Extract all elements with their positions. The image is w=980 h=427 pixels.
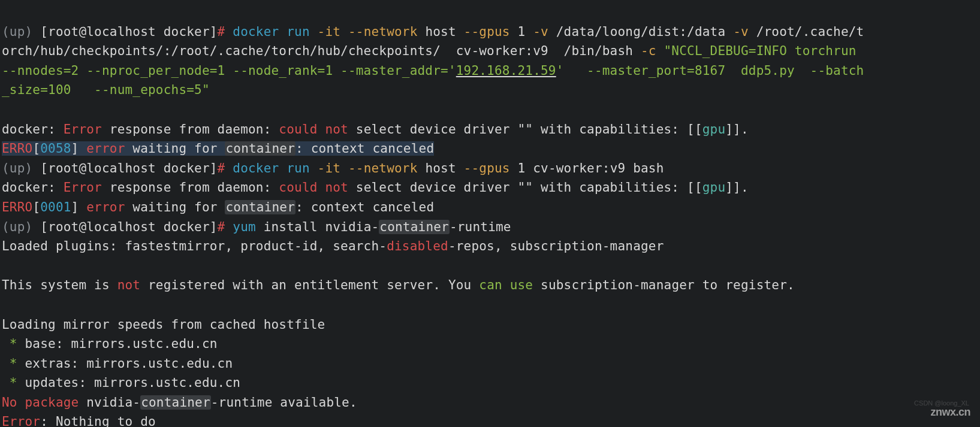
docker-cmd: docker bbox=[233, 25, 279, 39]
erro-code: 0001 bbox=[40, 200, 71, 214]
star-bullet: * bbox=[2, 337, 25, 351]
shell-prompt: [root@localhost docker] bbox=[40, 25, 217, 39]
watermark: znwx.cn bbox=[930, 406, 970, 419]
could-word: could bbox=[279, 180, 317, 195]
use-word: use bbox=[510, 278, 533, 292]
terminal-output[interactable]: (up) [root@localhost docker]# docker run… bbox=[0, 0, 980, 427]
flag-v1: -v bbox=[533, 25, 548, 39]
torchrun-args-c: _size=100 --num_epochs=5" bbox=[2, 83, 210, 97]
val-v2: /root/.cache/t bbox=[749, 25, 864, 39]
quoted-arg-start: "NCCL_DEBUG=INFO torchrun bbox=[664, 44, 872, 58]
venv-indicator: (up) bbox=[2, 25, 40, 39]
flag-network: --network bbox=[348, 161, 418, 175]
docker-cmd: docker bbox=[233, 161, 279, 175]
venv-indicator: (up) bbox=[2, 161, 40, 175]
flag-it: -it bbox=[318, 161, 348, 175]
val-network: host bbox=[418, 25, 464, 39]
erro-tag: ERRO bbox=[2, 141, 32, 156]
flag-network: --network bbox=[348, 25, 418, 39]
venv-indicator: (up) bbox=[2, 220, 40, 234]
not-word: not bbox=[117, 278, 141, 292]
bash-cmd: bash bbox=[633, 161, 664, 175]
line-mirror-base: * base: mirrors.ustc.edu.cn bbox=[2, 337, 218, 351]
disabled-word: disabled bbox=[387, 239, 448, 253]
container-highlight: container bbox=[379, 220, 450, 234]
line-4: _size=100 --num_epochs=5" bbox=[2, 83, 210, 97]
line-cmd3: (up) [root@localhost docker]# yum instal… bbox=[2, 220, 511, 234]
error-word: error bbox=[86, 141, 125, 156]
not-word: not bbox=[325, 122, 348, 137]
line-yum-plugins: Loaded plugins: fastestmirror, product-i… bbox=[2, 239, 664, 253]
master-addr-ip: 192.168.21.59 bbox=[456, 63, 556, 78]
gpu-word: gpu bbox=[702, 180, 726, 195]
torchrun-args-a: --nnodes=2 --nproc_per_node=1 --node_ran… bbox=[2, 63, 448, 78]
line-err1: docker: Error response from daemon: coul… bbox=[2, 122, 749, 137]
erro-tag: ERRO bbox=[2, 200, 32, 214]
container-highlight: container bbox=[140, 395, 211, 410]
line-1: (up) [root@localhost docker]# docker run… bbox=[2, 25, 864, 39]
torchrun-args-b: --master_port=8167 ddp5.py --batch bbox=[564, 63, 864, 78]
val-v1: /data/loong/dist:/data bbox=[548, 25, 733, 39]
could-word: could bbox=[279, 122, 317, 137]
line-erro1: ERRO[0058] error waiting for container: … bbox=[2, 141, 434, 156]
line-register: This system is not registered with an en… bbox=[2, 278, 795, 292]
can-word: can bbox=[479, 278, 502, 292]
docker-word: docker bbox=[2, 180, 48, 195]
line-err2: docker: Error response from daemon: coul… bbox=[2, 180, 749, 195]
star-bullet: * bbox=[2, 375, 25, 390]
shell-prompt: [root@localhost docker] bbox=[40, 161, 217, 175]
line-nopkg: No package nvidia-container-runtime avai… bbox=[2, 395, 357, 410]
image-tag: cv-worker:v9 bbox=[533, 161, 633, 175]
not-word: not bbox=[325, 180, 348, 195]
flag-it: -it bbox=[318, 25, 348, 39]
error-word: Error bbox=[64, 122, 102, 137]
error-word: Error bbox=[64, 180, 102, 195]
docker-word: docker bbox=[2, 122, 48, 137]
no-package-word: No package bbox=[2, 395, 79, 410]
flag-c: -c bbox=[641, 44, 664, 58]
flag-gpus: --gpus bbox=[464, 25, 510, 39]
line-loading: Loading mirror speeds from cached hostfi… bbox=[2, 317, 325, 332]
shell-prompt: [root@localhost docker] bbox=[40, 220, 217, 234]
star-bullet: * bbox=[2, 356, 25, 371]
gpu-word: gpu bbox=[702, 122, 726, 137]
image-tag: cv-worker:v9 bbox=[456, 44, 564, 58]
container-highlight: container bbox=[225, 200, 295, 214]
line-3: --nnodes=2 --nproc_per_node=1 --node_ran… bbox=[2, 63, 864, 78]
bin-bash: /bin/bash bbox=[564, 44, 641, 58]
wrap-path: orch/hub/checkpoints/:/root/.cache/torch… bbox=[2, 44, 456, 58]
prompt-hash: # bbox=[218, 25, 233, 39]
addr-quote-close: ' bbox=[556, 63, 564, 78]
erro-code: 0058 bbox=[40, 141, 71, 156]
error-word: Error bbox=[2, 414, 40, 427]
val-gpus: 1 bbox=[510, 25, 533, 39]
addr-quote-open: ' bbox=[448, 63, 456, 78]
error-word: error bbox=[86, 200, 125, 214]
val-network: host bbox=[418, 161, 464, 175]
val-gpus: 1 bbox=[510, 161, 533, 175]
line-cmd2: (up) [root@localhost docker]# docker run… bbox=[2, 161, 664, 175]
run-subcmd: run bbox=[279, 25, 317, 39]
run-subcmd: run bbox=[279, 161, 317, 175]
line-erro2: ERRO[0001] error waiting for container: … bbox=[2, 200, 434, 214]
line-error-end: Error: Nothing to do bbox=[2, 414, 156, 427]
line-mirror-extras: * extras: mirrors.ustc.edu.cn bbox=[2, 356, 233, 371]
yum-cmd: yum bbox=[233, 220, 256, 234]
line-2: orch/hub/checkpoints/:/root/.cache/torch… bbox=[2, 44, 872, 58]
prompt-hash: # bbox=[218, 161, 233, 175]
flag-v2: -v bbox=[733, 25, 749, 39]
line-mirror-updates: * updates: mirrors.ustc.edu.cn bbox=[2, 375, 240, 390]
container-highlight: container bbox=[225, 141, 295, 156]
prompt-hash: # bbox=[218, 220, 233, 234]
flag-gpus: --gpus bbox=[464, 161, 510, 175]
